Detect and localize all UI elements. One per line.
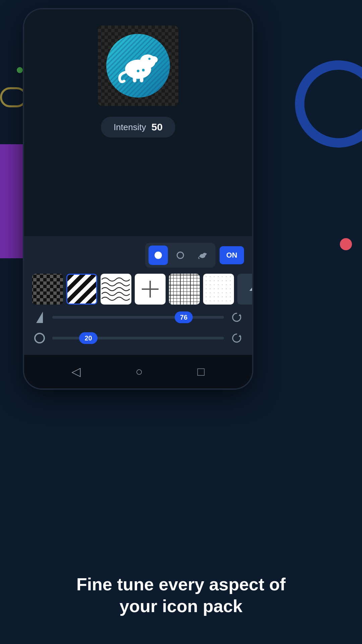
ring-icon bbox=[177, 252, 184, 259]
recents-button[interactable]: □ bbox=[197, 365, 205, 379]
intensity-label: Intensity bbox=[114, 122, 146, 132]
slider1-row: 76 bbox=[32, 310, 244, 325]
reset2-icon bbox=[231, 332, 243, 344]
svg-point-5 bbox=[137, 70, 139, 72]
small-chameleon-icon bbox=[198, 251, 207, 260]
pattern-diagonal-item[interactable] bbox=[66, 274, 97, 305]
toggle-chameleon-button[interactable] bbox=[193, 246, 212, 265]
pattern-dots-item[interactable] bbox=[203, 274, 234, 305]
slider1-track[interactable]: 76 bbox=[52, 316, 224, 319]
slider1-icon bbox=[32, 310, 47, 325]
toggle-dot-button[interactable] bbox=[148, 246, 168, 265]
slider2-track[interactable]: 20 bbox=[52, 337, 224, 339]
icon-preview-container bbox=[98, 25, 178, 106]
slider1-reset-button[interactable] bbox=[229, 310, 244, 325]
dot-icon bbox=[155, 252, 162, 259]
svg-point-6 bbox=[142, 69, 145, 71]
slider2-value: 20 bbox=[79, 332, 97, 344]
on-button[interactable]: ON bbox=[220, 246, 244, 264]
bg-rect-decoration bbox=[0, 144, 27, 258]
svg-point-11 bbox=[205, 253, 207, 255]
slider1-fill bbox=[52, 316, 183, 319]
preview-area: Intensity 50 bbox=[24, 9, 252, 236]
slider2-row: 20 bbox=[32, 331, 244, 345]
bg-link-decoration bbox=[0, 87, 27, 107]
toggle-row: ON bbox=[32, 243, 244, 268]
bg-dot-decoration bbox=[17, 67, 23, 73]
svg-point-4 bbox=[148, 58, 151, 60]
toggle-ring-button[interactable] bbox=[171, 246, 190, 265]
slider2-reset-button[interactable] bbox=[229, 331, 244, 345]
toggle-group bbox=[145, 243, 216, 268]
controls-panel: ON bbox=[24, 236, 252, 355]
chameleon-icon bbox=[116, 44, 160, 88]
pattern-expand-item[interactable] bbox=[237, 274, 252, 305]
cross-inner bbox=[142, 281, 159, 298]
pattern-row bbox=[32, 274, 244, 305]
home-button[interactable]: ○ bbox=[135, 365, 143, 379]
intensity-badge: Intensity 50 bbox=[101, 117, 175, 138]
footer-line1: Fine tune every aspect of bbox=[76, 575, 286, 594]
pattern-grid-item[interactable] bbox=[169, 274, 200, 305]
slider1-value: 76 bbox=[175, 312, 193, 323]
pattern-cross-item[interactable] bbox=[135, 274, 166, 305]
back-button[interactable]: ◁ bbox=[71, 365, 81, 379]
reset-icon bbox=[231, 311, 243, 323]
triangle-icon bbox=[36, 312, 43, 323]
icon-preview-circle bbox=[106, 34, 170, 98]
intensity-value: 50 bbox=[152, 121, 163, 133]
circle-icon bbox=[34, 333, 45, 343]
footer-line2: your icon pack bbox=[120, 596, 243, 616]
bg-dot-right-decoration bbox=[340, 238, 352, 250]
bg-circle-decoration bbox=[295, 60, 362, 148]
svg-marker-12 bbox=[249, 287, 252, 291]
cross-v bbox=[149, 281, 151, 298]
pattern-checker-item[interactable] bbox=[32, 274, 63, 305]
svg-marker-14 bbox=[239, 335, 241, 337]
phone-screen: Intensity 50 bbox=[24, 9, 252, 388]
waves-svg bbox=[102, 275, 130, 304]
phone-frame: Intensity 50 bbox=[24, 9, 252, 388]
svg-marker-13 bbox=[239, 314, 241, 316]
footer-text: Fine tune every aspect of your icon pack bbox=[0, 574, 362, 617]
slider2-icon bbox=[32, 331, 47, 345]
pattern-waves-item[interactable] bbox=[101, 274, 131, 305]
svg-rect-8 bbox=[140, 76, 143, 82]
expand-icon bbox=[248, 284, 252, 294]
nav-bar: ◁ ○ □ bbox=[24, 355, 252, 388]
svg-rect-7 bbox=[133, 76, 136, 82]
